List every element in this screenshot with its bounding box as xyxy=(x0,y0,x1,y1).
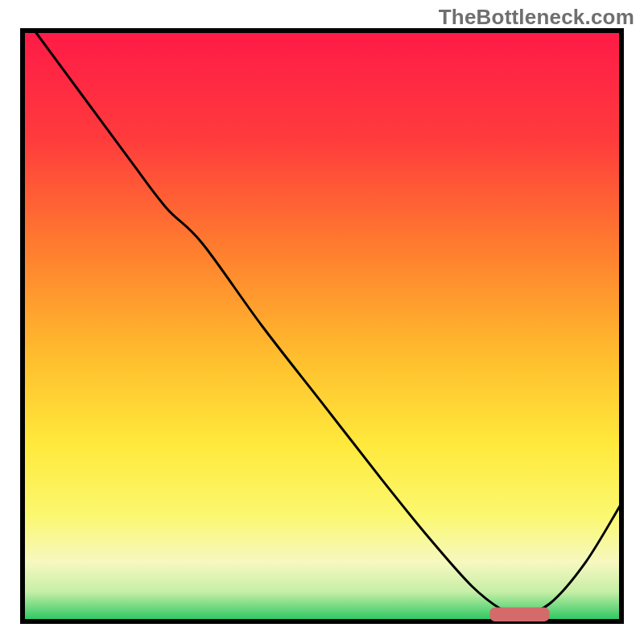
plot-background xyxy=(23,31,621,621)
chart-svg xyxy=(0,0,644,644)
bottleneck-chart: TheBottleneck.com xyxy=(0,0,644,644)
watermark-text: TheBottleneck.com xyxy=(439,5,634,30)
optimal-zone-marker xyxy=(489,607,549,621)
plot-area xyxy=(23,31,621,621)
